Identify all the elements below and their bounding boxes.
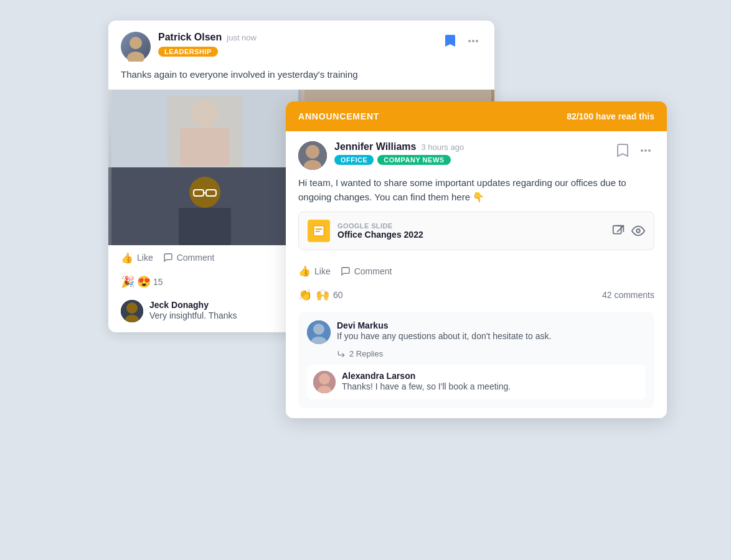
reply-body-alexandra: Alexandra Larson Thanks! I have a few, s… xyxy=(342,371,511,393)
emoji-row-jennifer: 👏 🙌 60 42 comments xyxy=(286,283,667,307)
reply-text-alexandra: Thanks! I have a few, so I'll book a mee… xyxy=(342,381,511,393)
comments-count-jennifer: 42 comments xyxy=(602,290,654,300)
comment-label-jennifer: Comment xyxy=(354,266,392,276)
announcement-header: ANNOUNCEMENT 82/100 have read this xyxy=(286,101,667,131)
tag-leadership: LEADERSHIP xyxy=(158,47,218,57)
comment-icon-patrick xyxy=(163,253,173,263)
bookmark-button-patrick[interactable] xyxy=(442,32,458,50)
svg-rect-16 xyxy=(179,208,231,245)
svg-point-30 xyxy=(641,149,643,152)
comment-icon-jennifer xyxy=(341,266,351,276)
comment-main-devi: Devi Markus If you have any questions ab… xyxy=(307,320,646,344)
svg-point-4 xyxy=(476,40,478,42)
svg-point-3 xyxy=(472,40,474,42)
avatar-devi xyxy=(307,320,331,344)
user-name-jennifer: Jennifer Williams xyxy=(334,141,416,152)
post-text-jennifer: Hi team, I wanted to share some importan… xyxy=(286,176,667,212)
svg-rect-9 xyxy=(111,90,298,167)
emoji-1-jennifer: 👏 xyxy=(298,288,312,302)
bookmark-button-jennifer[interactable] xyxy=(615,141,631,160)
avatar-alexandra xyxy=(313,371,336,393)
comment-button-jennifer[interactable]: Comment xyxy=(341,266,392,276)
avatar-jeck xyxy=(121,300,143,322)
avatar-patrick xyxy=(121,32,151,62)
reaction-count-patrick: 15 xyxy=(153,277,163,287)
svg-point-1 xyxy=(127,52,144,62)
post-card-jennifer: ANNOUNCEMENT 82/100 have read this Jenni… xyxy=(286,101,667,418)
attachment-box: GOOGLE SLIDE Office Changes 2022 xyxy=(298,212,654,250)
like-icon-patrick: 👍 xyxy=(121,252,133,264)
card-actions-jennifer xyxy=(615,141,654,160)
svg-rect-35 xyxy=(316,231,320,232)
read-count: 82/100 have read this xyxy=(567,111,654,121)
user-info-jennifer: Jennifer Williams 3 hours ago OFFICE COM… xyxy=(334,141,607,165)
replies-count: 2 Replies xyxy=(349,349,383,358)
emoji-1-patrick: 🎉 xyxy=(121,275,134,289)
post-text-patrick: Thanks again to everyone involved in yes… xyxy=(108,68,494,90)
svg-point-39 xyxy=(313,324,324,335)
attachment-actions xyxy=(611,224,645,238)
emoji-2-patrick: 😍 xyxy=(137,275,151,289)
attachment-name: Office Changes 2022 xyxy=(337,230,423,240)
avatar-jennifer xyxy=(298,141,327,170)
reply-item-alexandra: Alexandra Larson Thanks! I have a few, s… xyxy=(307,365,646,399)
like-button-jennifer[interactable]: 👍 Like xyxy=(298,265,331,277)
image-top-left xyxy=(108,90,301,167)
svg-point-25 xyxy=(126,302,138,314)
like-icon-jennifer: 👍 xyxy=(298,265,311,277)
svg-point-0 xyxy=(130,37,142,49)
more-button-jennifer[interactable] xyxy=(637,142,654,159)
svg-rect-34 xyxy=(316,228,323,230)
svg-point-31 xyxy=(644,149,647,152)
user-name-patrick: Patrick Olsen xyxy=(158,32,222,43)
comment-body-devi: Devi Markus If you have any questions ab… xyxy=(337,320,551,343)
post-time-patrick: just now xyxy=(227,33,257,42)
comment-thread-jennifer: Devi Markus If you have any questions ab… xyxy=(298,312,654,408)
user-info-patrick: Patrick Olsen just now LEADERSHIP xyxy=(158,32,435,57)
comment-author-devi: Devi Markus xyxy=(337,320,551,330)
more-button-patrick[interactable] xyxy=(465,32,482,50)
svg-point-2 xyxy=(468,40,471,42)
emoji-2-jennifer: 🙌 xyxy=(316,288,329,302)
attachment-source: GOOGLE SLIDE xyxy=(337,222,423,230)
reply-arrow-icon xyxy=(337,350,346,358)
svg-point-37 xyxy=(636,229,640,233)
comment-button-patrick[interactable]: Comment xyxy=(163,253,215,263)
replies-toggle[interactable]: 2 Replies xyxy=(337,349,646,358)
svg-point-28 xyxy=(306,145,319,159)
card-actions-patrick xyxy=(442,32,482,50)
attachment-info: GOOGLE SLIDE Office Changes 2022 xyxy=(337,222,423,240)
attachment-icon xyxy=(308,220,330,242)
like-label-jennifer: Like xyxy=(314,266,331,276)
tag-office: OFFICE xyxy=(334,155,374,165)
image-bottom-left xyxy=(108,167,301,245)
tag-company-news: COMPANY NEWS xyxy=(377,155,450,165)
reply-author-alexandra: Alexandra Larson xyxy=(342,371,511,381)
comment-label-patrick: Comment xyxy=(177,253,215,263)
reaction-count-jennifer: 60 xyxy=(333,290,343,300)
svg-point-32 xyxy=(648,149,651,152)
attachment-preview-button[interactable] xyxy=(631,224,645,238)
reactions-bar-jennifer: 👍 Like Comment xyxy=(286,259,667,283)
post-time-jennifer: 3 hours ago xyxy=(421,142,464,152)
svg-point-42 xyxy=(319,373,330,385)
attachment-external-button[interactable] xyxy=(611,224,625,238)
like-button-patrick[interactable]: 👍 Like xyxy=(121,252,153,264)
announcement-label: ANNOUNCEMENT xyxy=(298,111,379,121)
comment-text-devi: If you have any questions about it, don'… xyxy=(337,330,551,343)
like-label-patrick: Like xyxy=(137,253,153,263)
card-header-jennifer: Jennifer Williams 3 hours ago OFFICE COM… xyxy=(286,131,667,176)
